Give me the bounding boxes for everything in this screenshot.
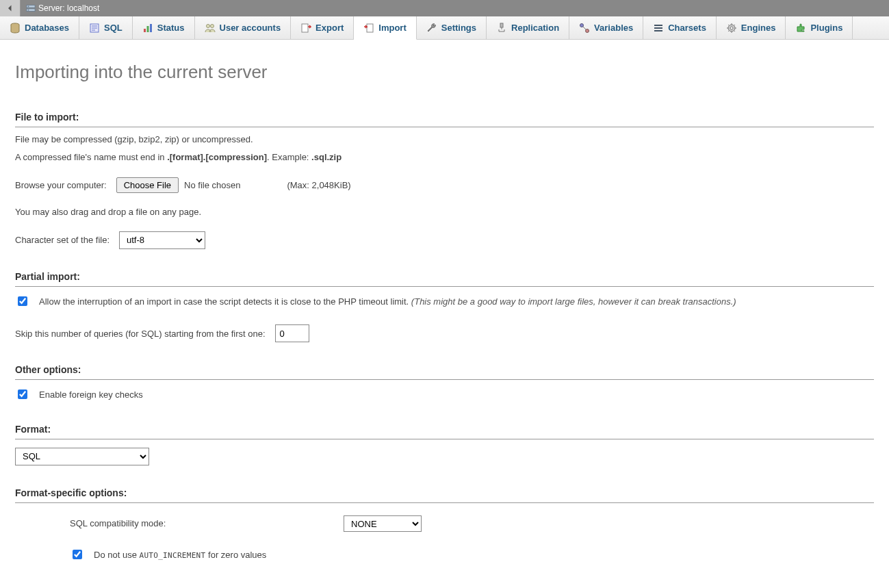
file-note-1: File may be compressed (gzip, bzip2, zip… <box>15 133 874 146</box>
tab-replication[interactable]: Replication <box>487 16 569 39</box>
svg-rect-6 <box>144 29 146 32</box>
charset-label: Character set of the file: <box>15 235 109 245</box>
page-title: Importing into the current server <box>15 62 874 83</box>
svg-rect-7 <box>146 26 149 32</box>
browse-label: Browse your computer: <box>15 180 107 190</box>
skip-queries-label: Skip this number of queries (for SQL) st… <box>15 329 266 339</box>
allow-interruption-checkbox[interactable] <box>18 296 27 306</box>
arrow-left-icon <box>6 4 14 12</box>
max-size-text: (Max: 2,048KiB) <box>287 180 350 190</box>
tab-status[interactable]: Status <box>133 16 195 39</box>
svg-point-10 <box>210 24 214 27</box>
plugins-icon <box>795 23 806 34</box>
tab-sql[interactable]: SQL <box>79 16 133 39</box>
autoincrement-zero-label: Do not use AUTO_INCREMENT for zero value… <box>94 548 266 562</box>
svg-rect-8 <box>150 24 152 32</box>
tab-useraccounts[interactable]: User accounts <box>195 16 292 39</box>
variables-icon <box>579 23 590 34</box>
server-label[interactable]: Server: localhost <box>38 3 99 13</box>
svg-point-2 <box>28 6 29 8</box>
dragdrop-hint: You may also drag and drop a file on any… <box>15 205 874 219</box>
choose-file-button[interactable]: Choose File <box>116 177 179 193</box>
wrench-icon <box>426 23 437 34</box>
svg-rect-11 <box>302 24 308 32</box>
tab-plugins[interactable]: Plugins <box>786 16 853 39</box>
import-icon <box>363 23 374 34</box>
svg-point-17 <box>730 27 733 29</box>
svg-rect-12 <box>367 24 373 32</box>
tab-import[interactable]: Import <box>354 16 416 40</box>
tab-charsets[interactable]: Charsets <box>643 16 717 39</box>
svg-rect-13 <box>500 23 503 27</box>
charsets-icon <box>653 23 664 34</box>
allow-interruption-label: Allow the interruption of an import in c… <box>39 295 736 309</box>
tab-settings[interactable]: Settings <box>417 16 487 39</box>
svg-point-9 <box>206 24 209 27</box>
tab-engines[interactable]: Engines <box>717 16 786 39</box>
svg-point-3 <box>28 10 29 11</box>
breadcrumb-bar: Server: localhost <box>0 0 889 16</box>
format-heading: Format: <box>15 422 874 439</box>
skip-queries-input[interactable] <box>275 324 309 342</box>
fk-checks-label: Enable foreign key checks <box>39 388 143 402</box>
main-tabs: Databases SQL Status User accounts Expor… <box>0 16 889 40</box>
compat-mode-label: SQL compatibility mode: <box>70 518 344 528</box>
compat-mode-select[interactable]: NONE <box>344 515 422 532</box>
tab-variables[interactable]: Variables <box>569 16 643 39</box>
sql-icon <box>89 23 100 34</box>
file-note-2: A compressed file's name must end in .[f… <box>15 151 874 164</box>
engines-icon <box>726 23 737 34</box>
svg-point-14 <box>580 23 584 27</box>
other-options-heading: Other options: <box>15 363 874 380</box>
fk-checks-checkbox[interactable] <box>18 389 27 399</box>
users-icon <box>205 23 216 34</box>
partial-import-heading: Partial import: <box>15 270 874 287</box>
tab-databases[interactable]: Databases <box>0 16 79 39</box>
export-icon <box>300 23 311 34</box>
status-icon <box>142 23 153 34</box>
file-import-heading: File to import: <box>15 110 874 127</box>
format-specific-heading: Format-specific options: <box>15 486 874 503</box>
replication-icon <box>496 23 507 34</box>
tab-export[interactable]: Export <box>291 16 354 39</box>
svg-point-15 <box>586 29 589 32</box>
database-icon <box>10 23 21 34</box>
charset-select[interactable]: utf-8 <box>119 231 205 249</box>
autoincrement-zero-checkbox[interactable] <box>73 550 82 559</box>
server-icon <box>26 3 36 14</box>
back-button[interactable] <box>0 0 21 16</box>
format-select[interactable]: SQL <box>15 448 149 465</box>
page-content: Importing into the current server File t… <box>0 40 889 588</box>
no-file-text: No file chosen <box>184 180 240 190</box>
